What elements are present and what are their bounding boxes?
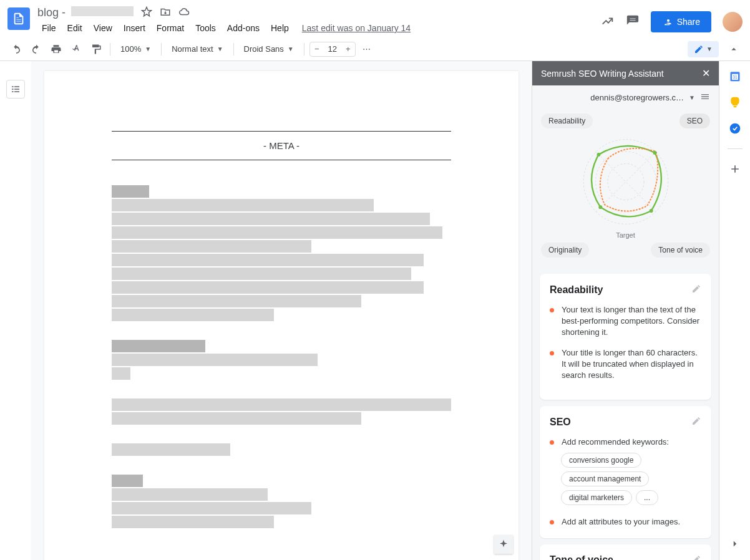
bullet-icon <box>550 520 554 524</box>
panel-menu-icon[interactable] <box>700 92 710 104</box>
svg-point-6 <box>653 151 656 155</box>
redacted-content <box>112 185 451 321</box>
font-size-value[interactable]: 12 <box>324 44 341 54</box>
editing-mode-button[interactable]: ▼ <box>688 41 719 57</box>
radar-label-readability[interactable]: Readability <box>541 113 593 128</box>
readability-tip: Your text is longer than the text of the… <box>562 304 701 339</box>
font-size-increase[interactable]: + <box>341 44 355 54</box>
seo-tip: Add alt attributes to your images. <box>562 516 680 528</box>
radar-label-originality[interactable]: Originality <box>541 243 589 258</box>
svg-rect-12 <box>733 106 736 108</box>
svg-point-7 <box>649 209 653 213</box>
menu-file[interactable]: File <box>37 21 61 36</box>
calendar-icon[interactable]: 31 <box>729 70 741 82</box>
cloud-icon[interactable] <box>178 6 190 19</box>
font-size-control[interactable]: − 12 + <box>309 42 356 57</box>
card-title: Tone of voice <box>550 554 613 560</box>
radar-label-seo[interactable]: SEO <box>679 113 710 128</box>
collapse-rail-icon[interactable] <box>729 538 741 551</box>
menu-format[interactable]: Format <box>152 21 188 36</box>
svg-point-5 <box>597 153 600 157</box>
card-title: Readability <box>550 284 603 296</box>
readability-tip: Your title is longer than 60 characters.… <box>562 347 701 382</box>
readability-card: Readability Your text is longer than the… <box>540 274 711 400</box>
pencil-icon[interactable] <box>691 554 701 561</box>
document-page[interactable]: - META - <box>44 71 519 560</box>
trend-icon[interactable] <box>601 14 615 30</box>
more-tools-button[interactable]: ⋯ <box>358 41 376 58</box>
redacted-content <box>112 398 451 425</box>
print-button[interactable] <box>47 41 65 58</box>
main-area: - META - <box>0 61 750 560</box>
add-addon-icon[interactable] <box>729 163 741 175</box>
radar-chart-zone: Readability SEO <box>532 110 719 268</box>
keyword-chip[interactable]: digital marketers <box>561 490 632 505</box>
header-right: Share <box>601 11 743 32</box>
keyword-chip[interactable]: conversions google <box>561 453 641 468</box>
tone-card: Tone of voice <box>540 544 711 561</box>
style-dropdown[interactable]: Normal text▼ <box>167 42 228 56</box>
svg-point-13 <box>729 123 740 134</box>
paint-format-button[interactable] <box>87 41 105 58</box>
right-rail: 31 <box>719 61 750 560</box>
app-header: blog - File Edit View Insert Format Tool… <box>0 0 750 37</box>
title-area: blog - File Edit View Insert Format Tool… <box>37 5 601 36</box>
redacted-content <box>112 443 451 456</box>
meta-heading: - META - <box>112 131 451 160</box>
share-button[interactable]: Share <box>651 11 711 32</box>
font-dropdown[interactable]: Droid Sans▼ <box>239 42 299 56</box>
docs-logo[interactable] <box>7 7 30 30</box>
document-canvas[interactable]: - META - <box>31 61 532 560</box>
bullet-icon <box>550 351 554 355</box>
outline-rail <box>0 61 31 560</box>
menu-help[interactable]: Help <box>266 21 293 36</box>
spellcheck-button[interactable] <box>67 41 85 58</box>
outline-toggle-button[interactable] <box>6 80 25 99</box>
addon-sidebar: Semrush SEO Writing Assistant ✕ dennis@s… <box>532 61 719 560</box>
panel-title: Semrush SEO Writing Assistant <box>541 69 664 79</box>
zoom-dropdown[interactable]: 100%▼ <box>115 42 156 56</box>
user-email: dennis@storegrowers.c… <box>590 93 684 102</box>
svg-point-8 <box>598 205 602 209</box>
document-title[interactable]: blog - <box>37 6 134 19</box>
keep-icon[interactable] <box>729 96 741 109</box>
seo-card: SEO Add recommended keywords: conversion… <box>540 406 711 538</box>
tasks-icon[interactable] <box>729 122 741 135</box>
pencil-icon[interactable] <box>691 416 701 428</box>
menu-addons[interactable]: Add-ons <box>223 21 264 36</box>
svg-point-2 <box>607 163 643 200</box>
user-avatar[interactable] <box>723 12 743 32</box>
menubar: File Edit View Insert Format Tools Add-o… <box>37 20 601 36</box>
panel-header: Semrush SEO Writing Assistant ✕ <box>532 61 719 85</box>
star-icon[interactable] <box>141 6 152 19</box>
keyword-chip-more[interactable]: ... <box>636 490 658 505</box>
seo-tip: Add recommended keywords: <box>562 437 669 448</box>
chevron-down-icon[interactable]: ▼ <box>689 94 695 101</box>
menu-edit[interactable]: Edit <box>63 21 87 36</box>
menu-tools[interactable]: Tools <box>191 21 220 36</box>
panel-user-row: dennis@storegrowers.c… ▼ <box>532 85 719 110</box>
last-edit-link[interactable]: Last edit was on January 14 <box>302 23 411 33</box>
card-title: SEO <box>550 417 571 428</box>
bullet-icon <box>550 440 554 445</box>
redacted-content <box>112 340 451 380</box>
redacted-content <box>112 475 451 528</box>
font-size-decrease[interactable]: − <box>310 44 324 54</box>
radar-chart <box>576 133 676 230</box>
bullet-icon <box>550 308 554 312</box>
explore-button[interactable] <box>494 535 513 554</box>
undo-button[interactable] <box>7 41 25 58</box>
menu-view[interactable]: View <box>89 21 117 36</box>
keyword-chip[interactable]: account management <box>561 471 649 486</box>
radar-target-label: Target <box>541 231 710 239</box>
pencil-icon[interactable] <box>691 284 701 296</box>
redo-button[interactable] <box>27 41 45 58</box>
toolbar: 100%▼ Normal text▼ Droid Sans▼ − 12 + ⋯ … <box>0 37 750 61</box>
menu-insert[interactable]: Insert <box>119 21 150 36</box>
radar-label-tone[interactable]: Tone of voice <box>651 243 710 258</box>
move-icon[interactable] <box>160 6 171 19</box>
close-icon[interactable]: ✕ <box>702 67 710 79</box>
svg-text:31: 31 <box>733 75 738 79</box>
comments-icon[interactable] <box>626 14 640 30</box>
hide-panel-button[interactable] <box>725 41 743 58</box>
